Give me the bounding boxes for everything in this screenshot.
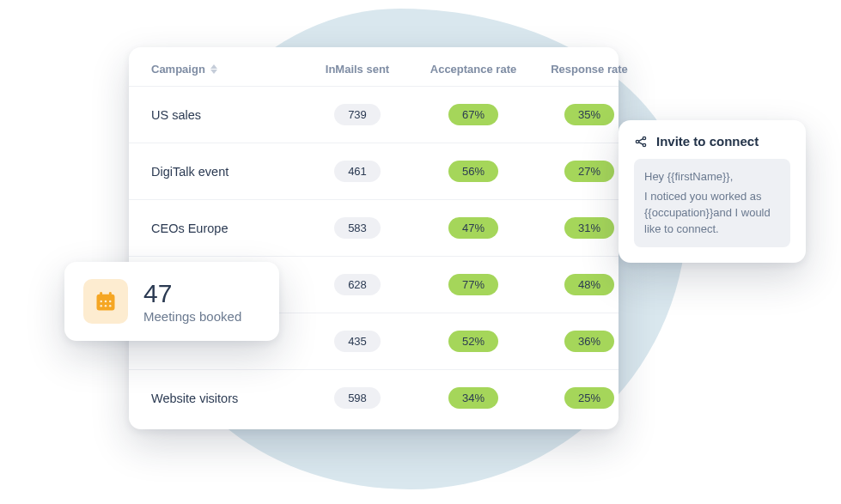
- column-header-inmails-label: InMails sent: [326, 63, 389, 76]
- acceptance-value: 77%: [448, 274, 498, 295]
- svg-point-11: [643, 143, 645, 146]
- response-value: 27%: [564, 161, 614, 182]
- column-header-acceptance[interactable]: Acceptance rate: [409, 63, 538, 76]
- share-icon: [634, 135, 648, 149]
- campaign-name: CEOs Europe: [151, 222, 306, 235]
- column-header-acceptance-label: Acceptance rate: [430, 63, 516, 76]
- inmails-value: 461: [334, 161, 381, 182]
- campaign-name: Website visitors: [151, 392, 306, 405]
- svg-point-10: [643, 137, 645, 139]
- inmails-value: 739: [334, 104, 381, 125]
- invite-header: Invite to connect: [634, 134, 790, 149]
- svg-line-13: [638, 142, 643, 144]
- response-value: 25%: [564, 387, 614, 409]
- svg-point-6: [100, 305, 102, 307]
- inmails-value: 583: [334, 217, 381, 239]
- table-row[interactable]: US sales 739 67% 35%: [129, 86, 619, 143]
- svg-point-4: [105, 301, 107, 303]
- response-value: 48%: [564, 274, 614, 295]
- acceptance-value: 34%: [448, 387, 498, 409]
- campaign-name: DigiTalk event: [151, 165, 306, 179]
- acceptance-value: 52%: [448, 331, 498, 352]
- acceptance-value: 67%: [448, 104, 498, 125]
- invite-line-1: Hey {{firstName}},: [644, 169, 780, 185]
- column-header-response[interactable]: Response rate: [538, 63, 641, 76]
- invite-title: Invite to connect: [656, 134, 759, 149]
- invite-message-body: Hey {{firstName}}, I noticed you worked …: [634, 159, 790, 247]
- column-header-campaign-label: Campaign: [151, 63, 205, 76]
- invite-line-2: I noticed you worked as {{occupation}}an…: [644, 189, 780, 238]
- table-row[interactable]: CEOs Europe 583 47% 31%: [129, 199, 619, 256]
- column-header-inmails[interactable]: InMails sent: [306, 63, 409, 76]
- svg-rect-2: [109, 292, 112, 297]
- svg-rect-1: [100, 292, 102, 297]
- table-body: US sales 739 67% 35% DigiTalk event 461 …: [129, 86, 619, 426]
- calendar-icon-wrap: [83, 279, 128, 324]
- table-row[interactable]: DigiTalk event 461 56% 27%: [129, 143, 619, 199]
- campaign-name: US sales: [151, 108, 306, 122]
- svg-point-9: [636, 140, 638, 143]
- meetings-text: 47 Meetings booked: [143, 279, 241, 324]
- response-value: 31%: [564, 217, 614, 239]
- svg-line-12: [638, 138, 643, 141]
- calendar-icon: [94, 289, 118, 313]
- column-header-campaign[interactable]: Campaign: [151, 63, 306, 76]
- invite-to-connect-card: Invite to connect Hey {{firstName}}, I n…: [619, 120, 806, 263]
- svg-point-5: [109, 301, 112, 303]
- table-row[interactable]: Website visitors 598 34% 25%: [129, 369, 619, 426]
- svg-point-7: [105, 305, 107, 307]
- campaigns-table-card: Campaign InMails sent Acceptance rate Re…: [129, 47, 619, 429]
- meetings-count: 47: [143, 279, 241, 307]
- acceptance-value: 56%: [448, 161, 498, 182]
- meetings-label: Meetings booked: [143, 309, 241, 324]
- column-header-response-label: Response rate: [551, 63, 628, 76]
- meetings-booked-card: 47 Meetings booked: [64, 262, 279, 341]
- svg-point-3: [100, 301, 102, 303]
- inmails-value: 598: [334, 387, 381, 409]
- svg-point-8: [109, 305, 112, 307]
- inmails-value: 628: [334, 274, 381, 295]
- response-value: 35%: [564, 104, 614, 125]
- sort-icon[interactable]: [210, 64, 217, 74]
- acceptance-value: 47%: [448, 217, 498, 239]
- inmails-value: 435: [334, 331, 381, 352]
- response-value: 36%: [564, 331, 614, 352]
- table-header-row: Campaign InMails sent Acceptance rate Re…: [129, 63, 619, 86]
